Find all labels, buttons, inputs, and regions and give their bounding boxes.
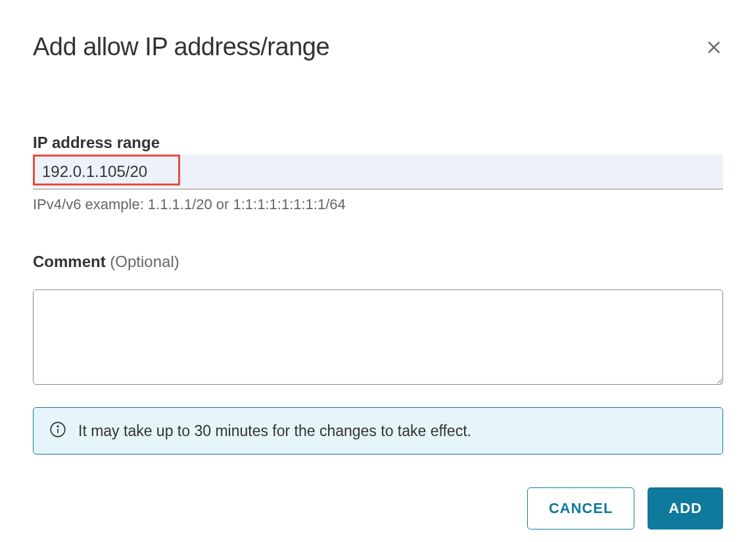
- comment-textarea[interactable]: [33, 289, 723, 385]
- ip-range-group: IP address range IPv4/v6 example: 1.1.1.…: [33, 134, 723, 213]
- close-button[interactable]: [705, 38, 723, 57]
- comment-optional-text: (Optional): [110, 253, 179, 270]
- svg-point-4: [57, 426, 59, 427]
- dialog-title: Add allow IP address/range: [33, 33, 329, 61]
- info-banner: It may take up to 30 minutes for the cha…: [33, 407, 723, 455]
- ip-range-label: IP address range: [33, 134, 723, 152]
- comment-label: Comment (Optional): [33, 253, 723, 271]
- cancel-button[interactable]: CANCEL: [527, 487, 635, 530]
- info-banner-text: It may take up to 30 minutes for the cha…: [78, 422, 471, 440]
- ip-input-wrapper: [33, 155, 723, 189]
- comment-group: Comment (Optional): [33, 253, 723, 387]
- dialog-footer: CANCEL ADD: [33, 487, 723, 530]
- ip-range-help-text: IPv4/v6 example: 1.1.1.1/20 or 1:1:1:1:1…: [33, 196, 723, 213]
- info-icon: [49, 421, 66, 441]
- add-button[interactable]: ADD: [648, 487, 723, 530]
- ip-range-input[interactable]: [33, 155, 723, 189]
- add-ip-dialog: Add allow IP address/range IP address ra…: [0, 0, 756, 542]
- dialog-header: Add allow IP address/range: [33, 33, 723, 61]
- comment-label-text: Comment: [33, 253, 106, 270]
- close-icon: [705, 38, 723, 57]
